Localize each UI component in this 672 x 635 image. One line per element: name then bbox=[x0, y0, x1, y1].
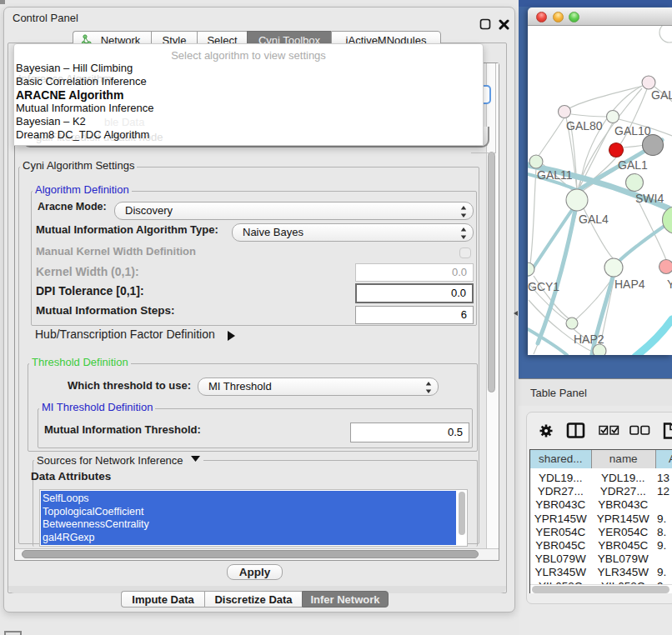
svg-text:GAL2: GAL2 bbox=[651, 88, 672, 102]
svg-text:GAL80: GAL80 bbox=[566, 119, 603, 132]
svg-text:GAL4: GAL4 bbox=[579, 212, 609, 226]
svg-text:HAP2: HAP2 bbox=[574, 332, 604, 346]
svg-text:GAL1: GAL1 bbox=[618, 158, 648, 172]
svg-text:HAP4: HAP4 bbox=[614, 278, 645, 291]
svg-text:SWI4: SWI4 bbox=[635, 192, 664, 205]
svg-text:Y: Y bbox=[667, 278, 672, 291]
svg-text:GAL11: GAL11 bbox=[537, 168, 573, 182]
svg-text:GCY1: GCY1 bbox=[528, 280, 559, 293]
svg-text:GAL10: GAL10 bbox=[614, 124, 651, 138]
